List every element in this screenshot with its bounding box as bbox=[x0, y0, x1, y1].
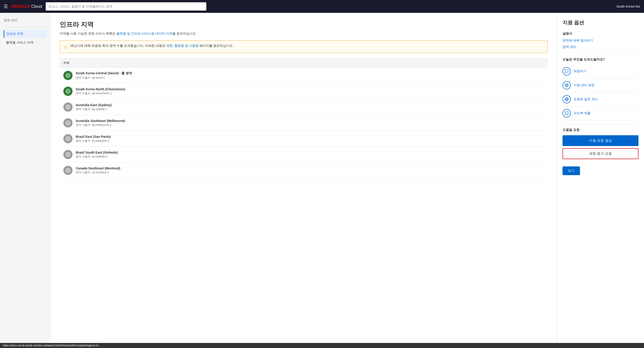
region-name-3: Australia Southeast (Melbourne) bbox=[76, 119, 125, 123]
menu-icon[interactable]: ☰ bbox=[4, 4, 8, 9]
panel-divider-2 bbox=[562, 124, 638, 124]
close-button[interactable]: 닫기 bbox=[562, 167, 580, 175]
region-icon-2 bbox=[63, 102, 72, 112]
region-name-0: South Korea Central (Seoul) - 홈 영역 bbox=[76, 71, 132, 75]
action-support-center[interactable]: 지원 센터 방문 bbox=[562, 78, 638, 92]
region-cell-3: Australia Southeast (Melbourne)영역 식별자: a… bbox=[60, 115, 548, 131]
services-link[interactable]: 플랫폼 및 인프라 서비스용 데이터 지역 bbox=[116, 32, 172, 35]
oracle-logo-text: ORACLE bbox=[12, 4, 30, 9]
support-center-label: 지원 센터 방문 bbox=[574, 83, 595, 87]
region-name-2: Australia East (Sydney) bbox=[76, 103, 112, 107]
region-cell-6: Canada Southeast (Montreal)영역 식별자: ca-mo… bbox=[60, 163, 548, 178]
sidebar: 영역 관리 인프라 지역 플랫폼 서비스 지역 bbox=[0, 13, 50, 348]
page-title: 인프라 지역 bbox=[60, 20, 548, 29]
status-url: https://docs.cloud.oracle.com/en-us/iaas… bbox=[3, 344, 100, 347]
region-icon-4 bbox=[63, 134, 72, 143]
region-id-1: 영역 식별자: ap-chuncheon-1 bbox=[76, 91, 125, 95]
sidebar-item-platform[interactable]: 플랫폼 서비스 지역 bbox=[4, 39, 47, 46]
right-panel: 지원 옵션 설명서 영역에 대해 알아보기 영역 관리 오늘은 무엇을 도와드릴… bbox=[557, 13, 644, 348]
region-name-5: Brazil South East (Vinhedo) bbox=[76, 151, 118, 154]
header: ☰ ORACLE Cloud South Korea Nor bbox=[0, 0, 644, 13]
forum-label: 포럼에 질문 게시 bbox=[574, 97, 598, 101]
svg-line-26 bbox=[566, 86, 566, 86]
svg-point-30 bbox=[565, 112, 568, 115]
chat-label: 채팅하기 bbox=[574, 69, 586, 73]
region-icon-5 bbox=[63, 150, 72, 159]
region-id-2: 영역 식별자: ap-sydney-1 bbox=[76, 107, 112, 111]
table-row: Brazil South East (Vinhedo)영역 식별자: sa-vi… bbox=[60, 147, 548, 163]
search-container bbox=[46, 2, 206, 10]
warning-banner: ⚠ 테넌시에 대해 허용된 최대 영역 수를 초과했습니다. 자세한 내용은 제… bbox=[60, 40, 548, 53]
panel-title: 지원 옵션 bbox=[562, 19, 638, 26]
warning-text: 테넌시에 대해 허용된 최대 영역 수를 초과했습니다. 자세한 내용은 제한,… bbox=[70, 44, 234, 48]
docs-link-0[interactable]: 영역에 대해 알아보기 bbox=[562, 38, 638, 43]
content-area: 인프라 지역 지역별 사용 가능한 전체 서비스 목록은 플랫폼 및 인프라 서… bbox=[50, 13, 557, 348]
sidebar-divider bbox=[4, 27, 47, 27]
logo: ORACLE Cloud bbox=[12, 4, 42, 9]
sidebar-item-infra[interactable]: 인프라 지역 bbox=[4, 30, 47, 38]
svg-line-23 bbox=[566, 84, 566, 85]
region-name-6: Canada Southeast (Montreal) bbox=[76, 167, 120, 170]
sidebar-title: 영역 관리 bbox=[4, 18, 47, 22]
region-cell-4: Brazil East (Sao Paulo)영역 식별자: sa-saopau… bbox=[60, 131, 548, 147]
chat-icon bbox=[562, 67, 571, 75]
region-id-4: 영역 식별자: sa-saopaulo-1 bbox=[76, 139, 110, 143]
warning-icon: ⚠ bbox=[64, 44, 68, 49]
svg-point-22 bbox=[566, 85, 567, 86]
region-cell-1: South Korea North (Chuncheon)영역 식별자: ap-… bbox=[60, 83, 548, 99]
create-support-request-button[interactable]: 지원 요청 생성 bbox=[562, 135, 638, 146]
table-row: Australia East (Sydney)영역 식별자: ap-sydney… bbox=[60, 99, 548, 115]
region-icon-6 bbox=[63, 166, 72, 175]
table-row: Brazil East (Sao Paulo)영역 식별자: sa-saopau… bbox=[60, 131, 548, 147]
table-row: Canada Southeast (Montreal)영역 식별자: ca-mo… bbox=[60, 163, 548, 178]
table-row: South Korea Central (Seoul) - 홈 영역영역 식별자… bbox=[60, 68, 548, 83]
cloud-logo-text: Cloud bbox=[31, 4, 42, 9]
region-name-1: South Korea North (Chuncheon) bbox=[76, 87, 125, 91]
help-section-title: 오늘은 무엇을 도와드릴까요? bbox=[562, 57, 638, 62]
region-id-0: 영역 식별자: ap-seoul-1 bbox=[76, 76, 132, 80]
table-header: 지역 bbox=[60, 59, 548, 68]
feedback-label: 피드백 제출 bbox=[574, 111, 590, 115]
region-id-6: 영역 식별자: ca-montreal-1 bbox=[76, 171, 120, 174]
help-request-title: 도움말 요청 bbox=[562, 128, 638, 132]
region-label[interactable]: South Korea Nor bbox=[616, 4, 640, 8]
action-forum[interactable]: 포럼에 질문 게시 bbox=[562, 92, 638, 106]
region-cell-0: South Korea Central (Seoul) - 홈 영역영역 식별자… bbox=[60, 68, 548, 83]
region-name-4: Brazil East (Sao Paulo) bbox=[76, 135, 110, 139]
feedback-icon bbox=[562, 109, 571, 117]
region-id-5: 영역 식별자: sa-vinhedo-1 bbox=[76, 155, 118, 159]
region-id-3: 영역 식별자: ap-melbourne-1 bbox=[76, 123, 125, 127]
region-cell-2: Australia East (Sydney)영역 식별자: ap-sydney… bbox=[60, 99, 548, 115]
regions-list: South Korea Central (Seoul) - 홈 영역영역 식별자… bbox=[60, 68, 548, 178]
region-icon-0 bbox=[63, 71, 72, 80]
page-description: 지역별 사용 가능한 전체 서비스 목록은 플랫폼 및 인프라 서비스용 데이터… bbox=[60, 32, 548, 36]
forum-icon bbox=[562, 95, 571, 103]
status-bar: https://docs.cloud.oracle.com/en-us/iaas… bbox=[0, 343, 644, 348]
region-icon-3 bbox=[63, 118, 72, 128]
search-input[interactable] bbox=[46, 2, 206, 10]
svg-line-25 bbox=[567, 84, 568, 85]
table-col-region: 지역 bbox=[60, 59, 548, 68]
support-center-icon bbox=[562, 81, 571, 89]
docs-section-title: 설명서 bbox=[562, 32, 638, 36]
docs-link-1[interactable]: 영역 관리 bbox=[562, 45, 638, 49]
svg-line-24 bbox=[567, 86, 568, 86]
regions-table: 지역 South Korea Central (Seoul) - 홈 영역영역 … bbox=[60, 58, 548, 178]
limit-increase-request-button[interactable]: 제한 증가 요청 bbox=[562, 148, 638, 159]
action-feedback[interactable]: 피드백 제출 bbox=[562, 106, 638, 120]
table-row: South Korea North (Chuncheon)영역 식별자: ap-… bbox=[60, 83, 548, 99]
limit-link[interactable]: 제한, 할당량 및 사용량 bbox=[166, 44, 199, 47]
region-cell-5: Brazil South East (Vinhedo)영역 식별자: sa-vi… bbox=[60, 147, 548, 163]
main-layout: 영역 관리 인프라 지역 플랫폼 서비스 지역 인프라 지역 지역별 사용 가능… bbox=[0, 13, 644, 348]
panel-divider-1 bbox=[562, 53, 638, 53]
region-icon-1 bbox=[63, 87, 72, 96]
table-row: Australia Southeast (Melbourne)영역 식별자: a… bbox=[60, 115, 548, 131]
action-chat[interactable]: 채팅하기 bbox=[562, 64, 638, 78]
